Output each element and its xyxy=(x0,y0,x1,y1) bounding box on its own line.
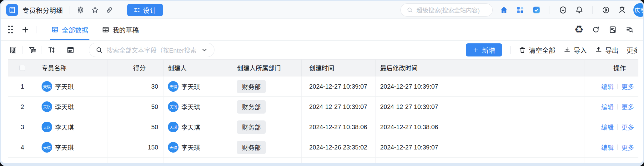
edit-link[interactable]: 编辑 xyxy=(601,143,614,152)
apps-grid-icon[interactable] xyxy=(515,5,525,15)
creator-name: 李天琪 xyxy=(181,102,200,111)
modified-time-cell: 2024-12-27 10:39:07 xyxy=(376,137,585,157)
import-button[interactable]: 导入 xyxy=(563,45,587,55)
department-badge: 财务部 xyxy=(237,80,266,93)
add-record-button[interactable]: 新增 xyxy=(466,43,502,56)
score-cell: 150 xyxy=(108,137,164,157)
form-link-icon[interactable] xyxy=(606,25,619,35)
specialist-name: 李天琪 xyxy=(55,82,74,91)
global-search-input[interactable]: 超级搜索(搜索全站内容) xyxy=(400,3,493,17)
column-header-created[interactable]: 创建时间 xyxy=(302,60,376,76)
chevron-down-icon[interactable] xyxy=(201,46,208,53)
more-link[interactable]: 更多 xyxy=(621,143,634,152)
divider xyxy=(617,104,618,110)
app-window: 专员积分明细 xyxy=(0,0,644,166)
plus-icon xyxy=(473,47,479,53)
table-row[interactable]: 4 天琪 李天琪 150 天琪 李天琪 财务部 2024-12-26 23:35… xyxy=(8,137,638,158)
search-icon xyxy=(406,7,413,13)
tab-label: 我的草稿 xyxy=(113,25,139,34)
display-settings-icon[interactable] xyxy=(65,45,75,55)
contacts-icon[interactable] xyxy=(617,5,627,15)
row-height-icon[interactable] xyxy=(46,45,56,55)
specialist-name: 李天琪 xyxy=(55,102,74,111)
recycle-bin-icon[interactable]: ♻ xyxy=(573,25,585,35)
add-tab-plus-icon[interactable] xyxy=(20,25,30,35)
records-table: 专员名称 得分 创建人 创建人所属部门 创建时间 最后修改时间 操作 1 天琪 … xyxy=(8,59,638,163)
score-cell: 50 xyxy=(108,97,164,117)
column-header-creator[interactable]: 创建人 xyxy=(164,60,230,76)
share-link-icon[interactable] xyxy=(104,5,114,15)
tab-label: 全部数据 xyxy=(62,25,88,34)
table-row-partial xyxy=(8,158,638,163)
avatar: 天琪 xyxy=(42,142,52,153)
table-header-row: 专员名称 得分 创建人 创建人所属部门 创建时间 最后修改时间 操作 xyxy=(8,59,638,76)
table-row[interactable]: 1 天琪 李天琪 30 天琪 李天琪 财务部 2024-12-27 10:39:… xyxy=(8,76,638,97)
favorite-star-icon[interactable] xyxy=(90,5,100,15)
compass-icon[interactable] xyxy=(601,5,611,15)
design-button-label: 设计 xyxy=(143,5,157,15)
home-icon[interactable] xyxy=(499,5,509,15)
table-grid-icon xyxy=(102,26,109,33)
more-link[interactable]: 更多 xyxy=(621,82,634,91)
divider xyxy=(37,26,37,33)
tab-my-drafts[interactable]: 我的草稿 xyxy=(101,19,140,40)
form-app-icon xyxy=(6,4,18,16)
edit-link[interactable]: 编辑 xyxy=(601,82,614,91)
table-search-input[interactable]: 搜索全部文本字段（按Enter搜索） xyxy=(89,43,214,57)
table-row[interactable]: 3 天琪 李天琪 50 天琪 李天琪 财务部 2024-12-27 10:38:… xyxy=(8,117,638,137)
select-all-checkbox[interactable] xyxy=(19,65,25,71)
more-label: 更多 xyxy=(626,45,637,55)
table-row[interactable]: 2 天琪 李天琪 50 天琪 李天琪 财务部 2024-12-27 10:39:… xyxy=(8,97,638,117)
divider xyxy=(550,6,550,14)
refresh-icon[interactable] xyxy=(590,25,602,35)
edit-link[interactable]: 编辑 xyxy=(601,123,614,132)
field-display-icon[interactable] xyxy=(8,45,18,55)
column-header-modified[interactable]: 最后修改时间 xyxy=(376,60,585,76)
search-records-icon[interactable] xyxy=(623,25,636,35)
department-badge: 财务部 xyxy=(237,120,266,134)
specialist-name: 李天琪 xyxy=(55,143,74,152)
filter-funnel-icon[interactable] xyxy=(27,45,37,55)
export-icon xyxy=(595,46,602,54)
score-cell: 30 xyxy=(108,76,164,96)
more-link[interactable]: 更多 xyxy=(621,102,634,111)
divider xyxy=(617,84,618,89)
tab-all-data[interactable]: 全部数据 xyxy=(50,19,89,40)
avatar: 天琪 xyxy=(42,101,52,112)
score-cell: 50 xyxy=(108,117,164,137)
created-time-cell: 2024-12-27 10:39:07 xyxy=(302,97,376,117)
table-search-placeholder: 搜索全部文本字段（按Enter搜索） xyxy=(107,46,197,55)
modified-time-cell: 2024-12-27 10:39:07 xyxy=(376,97,585,117)
edit-link[interactable]: 编辑 xyxy=(601,102,614,111)
divider xyxy=(510,46,511,54)
more-link[interactable]: 更多 xyxy=(621,123,634,132)
clear-all-button[interactable]: 清空全部 xyxy=(519,45,555,55)
import-icon xyxy=(563,46,571,54)
divider xyxy=(23,46,23,54)
more-actions-button[interactable]: 更多 xyxy=(626,45,637,55)
divider xyxy=(80,46,80,54)
topbar: 专员积分明细 xyxy=(1,1,643,19)
drag-handle-icon[interactable] xyxy=(8,26,13,33)
table-toolbar: 搜索全部文本字段（按Enter搜索） 新增 xyxy=(1,41,643,59)
avatar: 天琪 xyxy=(168,81,179,92)
todo-check-icon[interactable] xyxy=(531,5,541,15)
export-button[interactable]: 导出 xyxy=(595,45,618,55)
column-header-department[interactable]: 创建人所属部门 xyxy=(230,60,302,76)
integration-hexagon-icon[interactable] xyxy=(558,5,568,15)
table-grid-icon xyxy=(51,26,59,33)
design-button[interactable]: 设计 xyxy=(127,4,163,16)
creator-name: 李天琪 xyxy=(181,143,200,152)
sheet-tabbar: 全部数据 我的草稿 ♻ xyxy=(1,19,643,41)
department-badge: 财务部 xyxy=(237,100,266,114)
divider xyxy=(592,6,593,14)
column-header-name[interactable]: 专员名称 xyxy=(37,60,108,76)
divider xyxy=(42,46,42,54)
created-time-cell: 2024-12-27 10:38:06 xyxy=(302,117,376,137)
notification-bell-icon[interactable] xyxy=(574,5,584,15)
modified-time-cell: 2024-12-27 10:38:06 xyxy=(376,117,585,137)
column-header-score[interactable]: 得分 xyxy=(108,60,164,76)
settings-gear-icon[interactable] xyxy=(76,5,86,15)
user-avatar[interactable]: 庆宇 xyxy=(633,3,644,17)
clear-all-label: 清空全部 xyxy=(529,45,555,55)
